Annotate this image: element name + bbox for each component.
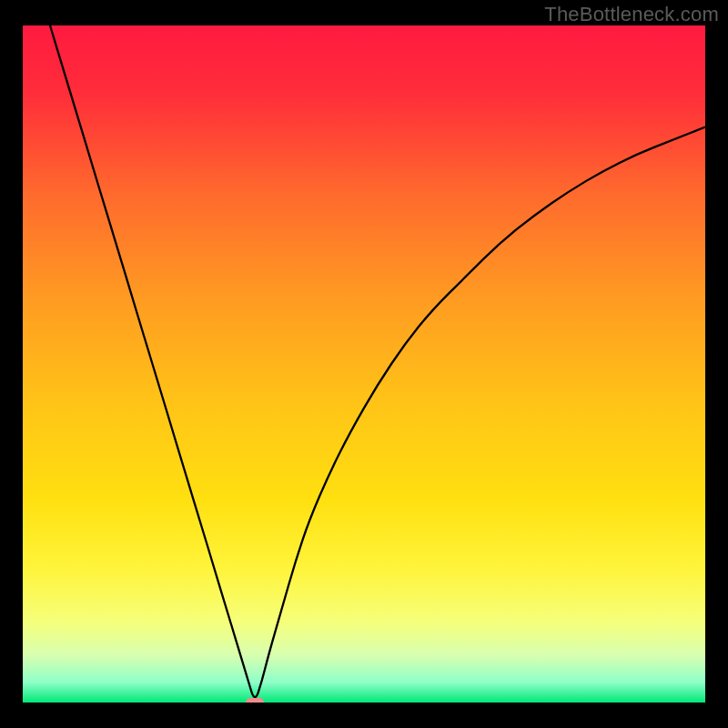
chart-plot-area bbox=[23, 25, 705, 703]
watermark-text: TheBottleneck.com bbox=[544, 3, 719, 26]
chart-svg bbox=[23, 25, 705, 703]
chart-background bbox=[23, 25, 705, 703]
minimum-marker bbox=[246, 698, 264, 703]
